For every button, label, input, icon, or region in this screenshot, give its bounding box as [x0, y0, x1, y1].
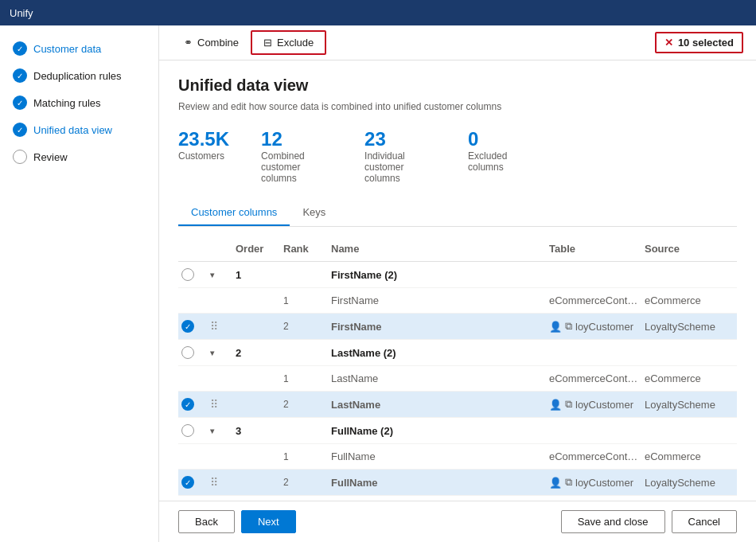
row-source: LoyaltyScheme	[641, 397, 737, 412]
row-order	[232, 455, 280, 458]
row-name: FullName	[328, 475, 546, 490]
row-order	[232, 377, 280, 380]
row-icons: 👤 ⧉ loyCustomer	[546, 474, 641, 490]
table-header: Order Rank Name Table Source	[178, 236, 737, 262]
row-table-text: loyCustomer	[575, 477, 633, 489]
person-icon: 👤	[549, 477, 562, 489]
table-row: 1 FullName eCommerceContа... eCommerce	[178, 444, 737, 470]
sidebar-item-matching-rules[interactable]: Matching rules	[0, 89, 158, 116]
row-radio[interactable]	[178, 423, 207, 439]
stat-individual-value: 23	[364, 128, 436, 150]
row-source: eCommerce	[641, 449, 737, 464]
page-title: Unified data view	[178, 76, 737, 95]
stat-excluded-label: Excluded columns	[468, 150, 540, 173]
row-radio	[178, 299, 207, 302]
row-drag-handle[interactable]: ⠿	[207, 474, 232, 490]
row-icons: 👤 ⧉ loyCustomer	[546, 318, 641, 334]
copy-icon: ⧉	[565, 476, 572, 489]
row-source: LoyaltyScheme	[641, 319, 737, 334]
row-radio	[178, 377, 207, 380]
sidebar-status-dedup-rules	[13, 68, 27, 83]
row-order	[232, 325, 280, 328]
sidebar-item-review[interactable]: Review	[0, 143, 158, 170]
row-source: LoyaltyScheme	[641, 475, 737, 490]
footer-right: Save and close Cancel	[561, 510, 737, 533]
row-name: FirstName (2)	[328, 267, 546, 283]
sidebar-label-unified-data-view: Unified data view	[33, 124, 112, 136]
row-chevron[interactable]: ▾	[207, 347, 232, 359]
sidebar-label-matching-rules: Matching rules	[33, 97, 101, 109]
exclude-label: Exclude	[277, 37, 314, 49]
row-rank	[280, 429, 328, 432]
table-row: 1 LastName eCommerceContа... eCommerce	[178, 366, 737, 392]
tab-customer-columns[interactable]: Customer columns	[178, 200, 290, 226]
row-drag-handle[interactable]: ⠿	[207, 396, 232, 412]
sidebar: Customer data Deduplication rules Matchi…	[0, 25, 159, 542]
row-radio	[178, 455, 207, 458]
stat-customers: 23.5K Customers	[178, 128, 229, 184]
page-subtitle: Review and edit how source data is combi…	[178, 101, 737, 112]
copy-icon: ⧉	[565, 398, 572, 411]
row-rank: 1	[280, 294, 328, 308]
row-checkbox[interactable]	[178, 396, 207, 412]
sidebar-status-review	[13, 150, 27, 164]
stat-customers-label: Customers	[178, 150, 229, 162]
table-row: ▾ 2 LastName (2)	[178, 340, 737, 366]
row-name: LastName	[328, 397, 546, 412]
row-source	[641, 273, 737, 276]
toolbar: ⚭ Combine ⊟ Exclude ✕ 10 selected	[159, 25, 756, 60]
sidebar-item-dedup-rules[interactable]: Deduplication rules	[0, 62, 158, 89]
stat-combined-label: Combined customer columns	[261, 150, 333, 184]
row-table-text: loyCustomer	[575, 399, 633, 411]
row-checkbox[interactable]	[178, 318, 207, 334]
person-icon: 👤	[549, 399, 562, 411]
row-source	[641, 351, 737, 354]
col-header-order: Order	[232, 241, 280, 256]
row-table-text: loyCustomer	[575, 321, 633, 333]
col-header-chevron	[207, 248, 232, 251]
row-checkbox[interactable]	[178, 474, 207, 490]
combine-button[interactable]: ⚭ Combine	[172, 31, 251, 54]
col-header-rank: Rank	[280, 241, 328, 256]
back-button[interactable]: Back	[178, 510, 235, 533]
row-name: FullName	[328, 449, 546, 464]
col-header-checkbox	[178, 248, 207, 251]
row-indent	[207, 299, 232, 302]
row-source: eCommerce	[641, 293, 737, 308]
row-table: eCommerceContа...	[546, 449, 641, 464]
row-rank: 1	[280, 450, 328, 464]
sidebar-status-customer-data	[13, 41, 27, 56]
exclude-button[interactable]: ⊟ Exclude	[251, 30, 326, 55]
row-table: eCommerceContа...	[546, 371, 641, 386]
row-radio[interactable]	[178, 345, 207, 361]
next-button[interactable]: Next	[241, 510, 296, 533]
row-chevron[interactable]: ▾	[207, 269, 232, 281]
row-order	[232, 481, 280, 484]
clear-selection-icon[interactable]: ✕	[664, 37, 673, 49]
row-rank: 2	[280, 319, 328, 333]
sidebar-status-unified-data-view	[13, 123, 27, 137]
row-drag-handle[interactable]: ⠿	[207, 318, 232, 334]
row-source	[641, 429, 737, 432]
save-close-button[interactable]: Save and close	[561, 510, 665, 533]
row-icons: 👤 ⧉ loyCustomer	[546, 396, 641, 412]
copy-icon: ⧉	[565, 320, 572, 333]
row-rank: 1	[280, 372, 328, 386]
row-rank: 2	[280, 475, 328, 489]
row-order: 1	[232, 267, 280, 283]
row-chevron[interactable]: ▾	[207, 425, 232, 437]
row-name: LastName (2)	[328, 345, 546, 361]
row-radio[interactable]	[178, 267, 207, 283]
sidebar-item-customer-data[interactable]: Customer data	[0, 35, 158, 62]
cancel-button[interactable]: Cancel	[672, 510, 737, 533]
table-row: 1 FirstName eCommerceContа... eCommerce	[178, 288, 737, 314]
stats-row: 23.5K Customers 12 Combined customer col…	[178, 128, 737, 184]
row-indent	[207, 377, 232, 380]
row-order	[232, 299, 280, 302]
row-source: eCommerce	[641, 371, 737, 386]
page-body: Unified data view Review and edit how so…	[159, 60, 756, 501]
stat-individual-label: Individual customer columns	[364, 150, 436, 184]
tab-keys[interactable]: Keys	[290, 200, 338, 226]
sidebar-item-unified-data-view[interactable]: Unified data view	[0, 116, 158, 143]
tabs: Customer columns Keys	[178, 200, 737, 227]
